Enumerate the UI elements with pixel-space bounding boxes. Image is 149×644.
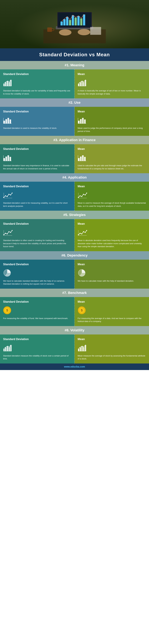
svg-point-85 [83,231,84,232]
section-row-5: Standard Deviation Standard deviation is… [0,219,149,251]
panel-right-text-8: Mean measure the average of stock by ass… [78,354,146,360]
svg-rect-22 [7,81,8,86]
panel-left-4: Standard Deviation Standard deviation us… [0,182,74,211]
svg-rect-99 [5,348,6,351]
panel-right-title-3: Mean [78,147,146,151]
panel-right-title-4: Mean [78,185,146,188]
svg-rect-9 [74,18,77,26]
svg-rect-54 [82,155,84,161]
hero-svg [43,4,106,43]
panel-right-text-3: Used to calculate the p/e ratio and thro… [78,164,146,170]
svg-rect-55 [84,157,86,161]
svg-rect-47 [6,156,7,161]
hero-image [0,0,149,48]
panel-left-text-2: Standard deviation is used to measure th… [3,126,71,130]
svg-rect-5 [63,19,66,26]
svg-rect-109 [85,346,86,351]
svg-rect-19 [47,28,52,32]
svg-point-60 [7,196,8,197]
svg-marker-32 [84,80,86,80]
panel-right-text-6: We have to calculate mean with the help … [78,280,146,282]
panel-left-title-6: Standard Deviation [3,263,71,266]
svg-point-67 [80,196,80,196]
panel-left-3: Standard Deviation Standard deviation ha… [0,144,74,173]
section-row-1: Standard Deviation Standard deviation is… [0,70,149,98]
panel-left-8: Standard Deviation Standard deviation me… [0,334,74,364]
svg-rect-42 [82,118,84,124]
svg-rect-49 [10,157,11,161]
panel-right-icon-2 [78,116,146,125]
svg-rect-52 [78,158,80,161]
panel-left-icon-2 [3,116,71,125]
section-row-2: Standard Deviation Standard deviation is… [0,107,149,136]
svg-rect-48 [8,155,9,161]
panel-left-icon-4 [3,190,71,200]
svg-marker-110 [84,344,86,346]
svg-rect-105 [78,349,79,351]
svg-rect-53 [80,156,82,161]
section-row-7: Standard Deviation $ For measuring the v… [0,297,149,326]
panel-left-text-7: For measuring the volatility of fund. We… [3,317,71,320]
panel-right-title-1: Mean [78,72,146,76]
svg-rect-21 [5,82,6,86]
svg-rect-107 [82,346,83,351]
panel-right-icon-8 [78,343,146,352]
svg-rect-101 [8,347,10,351]
hero-visual [43,4,106,44]
section-row-4: Standard Deviation Standard deviation us… [0,182,149,211]
svg-point-77 [8,231,9,232]
panel-right-icon-4 [78,190,146,200]
svg-rect-6 [66,17,68,26]
svg-point-86 [85,232,86,233]
svg-rect-8 [72,15,74,26]
panel-left-1: Standard Deviation Standard deviation is… [0,70,74,98]
svg-point-13 [59,29,72,36]
panel-right-5: Mean Mean is absolute deviation used les… [74,219,149,251]
svg-rect-100 [7,346,8,351]
svg-point-69 [83,194,84,195]
section-header-1: #1. Meaning [0,61,149,70]
panel-right-text-4: Mean is used to measure the average of s… [78,202,146,208]
panel-left-icon-3 [3,153,71,162]
panel-left-7: Standard Deviation $ For measuring the v… [0,297,74,326]
svg-rect-7 [69,20,71,26]
panel-right-7: Mean $ For measuring the average of a da… [74,297,149,326]
svg-rect-37 [10,120,11,124]
section-row-3: Standard Deviation Standard deviation ha… [0,144,149,173]
panel-left-6: Standard Deviation We have to calculate … [0,260,74,289]
svg-rect-36 [8,118,9,124]
panel-right-6: Mean We have to calculate mean with the … [74,260,149,289]
svg-rect-28 [80,82,81,86]
svg-point-83 [80,233,80,234]
svg-rect-31 [85,80,86,86]
panel-left-icon-6 [3,268,71,278]
panel-right-icon-5 [78,228,146,237]
svg-rect-23 [8,82,10,86]
svg-rect-29 [82,81,83,86]
panel-right-2: Mean Mean used to judge the performance … [74,107,149,136]
panel-left-icon-5 [3,228,71,237]
panel-right-title-5: Mean [78,222,146,226]
svg-point-14 [78,29,90,35]
panel-right-icon-1 [78,78,146,87]
svg-rect-46 [4,158,5,161]
panel-left-text-3: Standard deviation have very importance … [3,164,71,170]
svg-rect-24 [10,80,12,86]
svg-point-84 [81,234,82,234]
svg-point-68 [81,196,82,197]
svg-point-62 [10,194,11,196]
panel-left-icon-1 [3,78,71,87]
panel-left-title-4: Standard Deviation [3,185,71,188]
svg-rect-27 [78,84,79,86]
svg-rect-12 [83,14,85,26]
panel-right-text-7: For measuring the average of a data. And… [78,317,146,323]
panel-right-title-2: Mean [78,110,146,113]
panel-left-text-6: We have to calculate standard deviation … [3,280,71,286]
panel-right-3: Mean Used to calculate the p/e ratio and… [74,144,149,173]
section-row-6: Standard Deviation We have to calculate … [0,260,149,289]
panel-left-5: Standard Deviation Standard deviation is… [0,219,74,251]
panel-left-icon-7: $ [3,306,71,315]
svg-rect-106 [80,348,81,351]
panel-right-text-5: Mean is absolute deviation used less fre… [78,239,146,248]
svg-point-70 [85,194,86,196]
